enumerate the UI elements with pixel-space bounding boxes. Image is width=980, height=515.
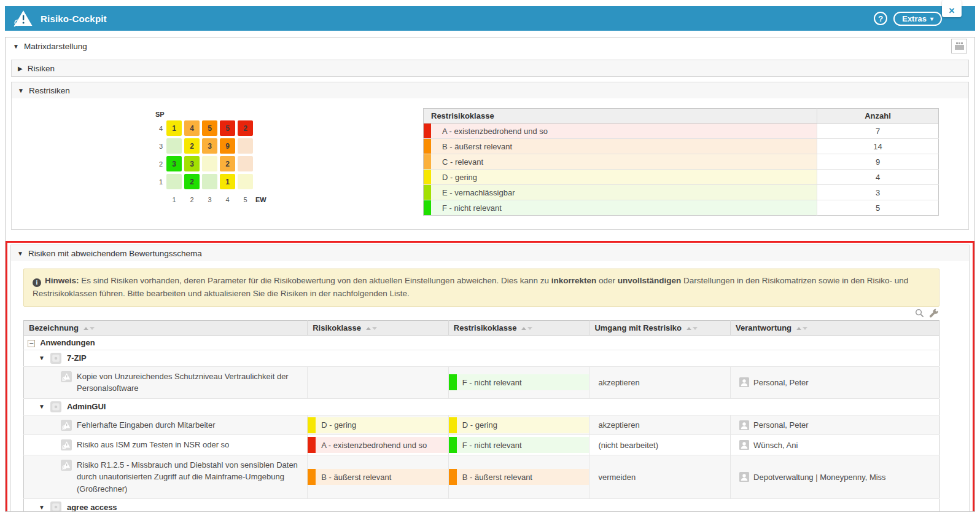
group-row[interactable]: ▼7-ZIP <box>24 350 939 366</box>
matrix-row-label: 3 <box>159 143 164 150</box>
risk-row[interactable]: Risiko R1.2.5 - Missbrauch und Diebstahl… <box>24 455 939 499</box>
group-row[interactable]: ▼agree access <box>24 499 939 512</box>
verantwortung-cell: Personal, Peter <box>731 366 939 398</box>
matrix-cell[interactable]: 4 <box>184 120 200 136</box>
matrix-cell[interactable]: 5 <box>202 120 217 136</box>
section-matrixdarstellung-title: Matrixdarstellung <box>24 42 87 51</box>
risk-row[interactable]: Fehlerhafte Eingaben durch MitarbeiterD … <box>24 415 939 435</box>
summary-row[interactable]: D - gering4 <box>424 170 939 185</box>
sort-arrows-icon[interactable] <box>796 327 807 330</box>
summary-class-cell: C - relevant <box>424 154 817 170</box>
application-icon <box>50 401 61 412</box>
sort-arrows-icon[interactable] <box>686 327 698 330</box>
sort-arrows-icon[interactable] <box>84 327 95 330</box>
matrix-cell[interactable]: 3 <box>184 156 200 171</box>
matrix-cell[interactable]: 5 <box>220 120 235 136</box>
summary-row[interactable]: A - existenzbedrohend und so7 <box>424 124 939 139</box>
extras-button[interactable]: Extras ▾ <box>893 12 942 26</box>
class-color-bar <box>308 437 316 453</box>
close-button[interactable]: ✕ <box>942 0 962 17</box>
sort-arrows-icon[interactable] <box>521 327 532 330</box>
wrench-icon[interactable] <box>929 309 938 318</box>
risk-item-icon <box>61 459 72 471</box>
column-header-bezeichnung[interactable]: Bezeichnung <box>24 320 308 335</box>
column-header-verantwortung[interactable]: Verantwortung <box>731 320 939 335</box>
search-icon[interactable] <box>915 309 924 318</box>
responsible-name: Personal, Peter <box>753 420 809 430</box>
risk-warning-logo-icon <box>14 10 33 27</box>
matrix-cell[interactable] <box>166 174 182 189</box>
class-chip: D - gering <box>449 417 589 433</box>
matrix-cell[interactable]: 1 <box>166 120 182 136</box>
highlight-annotation-rectangle: ▼ Risiken mit abweichendem Bewertungssch… <box>6 241 974 512</box>
matrix-cell[interactable] <box>202 156 217 171</box>
person-icon <box>739 420 749 430</box>
matrix-cell[interactable]: 2 <box>220 156 235 171</box>
collapse-triangle-icon[interactable]: ▼ <box>39 403 45 410</box>
class-chip: B - äußerst relevant <box>308 469 448 485</box>
summary-row[interactable]: E - vernachlässigbar3 <box>424 185 939 200</box>
column-header-restrisikoklasse[interactable]: Restrisikoklasse <box>448 320 589 335</box>
matrix-col-label: 2 <box>190 196 193 203</box>
class-label: C - relevant <box>431 154 817 169</box>
sort-arrows-icon[interactable] <box>366 327 377 330</box>
section-matrixdarstellung-header[interactable]: ▼ Matrixdarstellung <box>11 37 969 55</box>
group-row[interactable]: ▼AdminGUI <box>24 398 939 415</box>
restrisiken-body: SP 4145523239233212112345EW Restrisikokl… <box>12 98 968 229</box>
matrix-cell[interactable]: 9 <box>220 138 235 154</box>
summary-count-cell: 7 <box>817 124 939 139</box>
summary-count-cell: 4 <box>817 170 939 185</box>
matrix-col-label: 5 <box>243 196 247 203</box>
summary-row[interactable]: F - nicht relevant5 <box>424 200 939 216</box>
summary-count-cell: 5 <box>817 200 939 216</box>
table-toolbar <box>23 307 939 320</box>
class-color-bar <box>424 139 431 154</box>
summary-count-cell: 3 <box>817 185 939 200</box>
collapse-triangle-icon[interactable]: ▼ <box>39 504 45 511</box>
matrix-cell[interactable]: 1 <box>220 174 235 189</box>
summary-row[interactable]: B - äußerst relevant14 <box>424 139 939 154</box>
page: Risiko-Cockpit ? Extras ▾ ✕ ▼ Matrixdars… <box>0 0 980 515</box>
help-icon: ? <box>878 14 883 23</box>
collapse-minus-icon[interactable]: − <box>28 340 35 347</box>
risk-table: BezeichnungRisikoklasseRestrisikoklasseU… <box>23 320 939 512</box>
hinweis-warning-box: iHinweis: Es sind Risiken vorhanden, der… <box>23 269 939 307</box>
matrix-cell[interactable]: 2 <box>184 174 200 189</box>
column-header-risikoklasse[interactable]: Risikoklasse <box>308 320 449 335</box>
risk-name: Risiko aus ISM zum Testen in NSR oder so <box>77 439 229 451</box>
matrix-cell[interactable]: 3 <box>202 138 217 154</box>
panel-risiken-header[interactable]: ▶ Risiken <box>12 60 968 76</box>
summary-row[interactable]: C - relevant9 <box>424 154 939 170</box>
panel-abweichend-header[interactable]: ▼ Risiken mit abweichendem Bewertungssch… <box>11 245 969 261</box>
class-color-bar <box>449 374 457 390</box>
responsible-name: Wünsch, Ani <box>753 441 798 450</box>
summary-header-anzahl: Anzahl <box>817 109 939 124</box>
panel-abweichend-title: Risiken mit abweichendem Bewertungsschem… <box>28 249 202 258</box>
summary-count-cell: 14 <box>817 139 939 154</box>
class-label: E - vernachlässigbar <box>431 185 817 200</box>
summary-class-cell: F - nicht relevant <box>424 200 817 216</box>
hinweis-bold-1: inkorrekten <box>551 276 597 285</box>
collapse-triangle-icon[interactable]: ▼ <box>39 355 45 361</box>
hinweis-label: Hinweis: <box>45 276 79 285</box>
group-root-row[interactable]: − Anwendungen <box>24 335 939 350</box>
matrix-cell[interactable] <box>238 138 253 154</box>
class-label: B - äußerst relevant <box>316 469 448 485</box>
risk-row[interactable]: Risiko aus ISM zum Testen in NSR oder so… <box>24 435 939 455</box>
matrix-cell[interactable]: 2 <box>184 138 200 154</box>
matrix-cell[interactable] <box>238 174 253 189</box>
matrix-cell[interactable] <box>238 156 253 171</box>
umgang-cell: vermeiden <box>589 455 731 499</box>
matrix-cell[interactable]: 2 <box>238 120 253 136</box>
risk-row[interactable]: Kopie von Unzureichendes Schutzniveau Ve… <box>24 366 939 398</box>
risk-name: Fehlerhafte Eingaben durch Mitarbeiter <box>77 419 215 431</box>
matrix-cell[interactable]: 3 <box>166 156 182 171</box>
matrix-cell[interactable] <box>166 138 182 154</box>
column-header-umgang-mit-restrisiko[interactable]: Umgang mit Restrisiko <box>589 320 731 335</box>
panel-restrisiken-header[interactable]: ▼ Restrisiken <box>12 82 968 98</box>
matrix-row-label: 1 <box>159 178 164 186</box>
window-view-button[interactable] <box>951 39 967 53</box>
help-button[interactable]: ? <box>874 12 887 25</box>
risk-name: Risiko R1.2.5 - Missbrauch und Diebstahl… <box>77 459 299 495</box>
matrix-cell[interactable] <box>202 174 217 189</box>
